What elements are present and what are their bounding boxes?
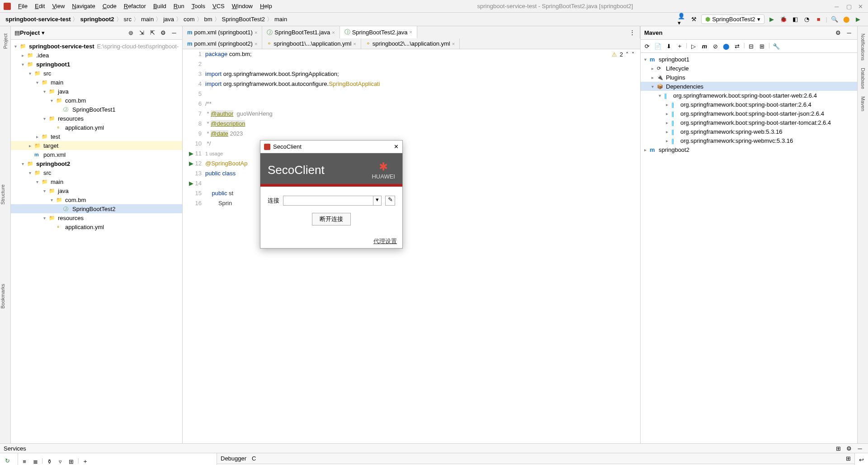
soft-wrap-icon[interactable]: ↩ <box>857 455 866 464</box>
maven-tree-row[interactable]: ▸⟳Lifecycle <box>641 64 857 73</box>
menu-vcs[interactable]: VCS <box>209 2 228 10</box>
tree-row[interactable]: ▾📁src <box>11 168 182 177</box>
tree-row[interactable]: ⚬application.yml <box>11 222 182 231</box>
maven-tool-button[interactable]: Maven <box>860 96 866 111</box>
maven-tree-row[interactable]: ▸mspringboot2 <box>641 145 857 154</box>
hide-icon[interactable]: ─ <box>855 444 864 453</box>
breadcrumb-item[interactable]: springboot2 <box>80 16 114 23</box>
tree-row[interactable]: ⚬application.yml <box>11 123 182 132</box>
menu-build[interactable]: Build <box>150 2 170 10</box>
next-highlight-icon[interactable]: ˅ <box>632 51 635 58</box>
tree-row[interactable]: ▾📁src <box>11 69 182 78</box>
collapse-all-icon[interactable]: ⇱ <box>148 28 157 38</box>
close-icon[interactable]: × <box>255 30 257 35</box>
profile-button[interactable]: ◔ <box>802 15 811 24</box>
combo-dropdown-icon[interactable]: ▾ <box>373 196 381 205</box>
collapse-icon[interactable]: ≣ <box>31 457 40 465</box>
tree-row[interactable]: ▾📁java <box>11 87 182 96</box>
structure-tool-button[interactable]: Structure <box>0 184 5 205</box>
menu-navigate[interactable]: Navigate <box>68 2 99 10</box>
show-deps-icon[interactable]: ⇄ <box>732 42 741 51</box>
close-icon[interactable]: × <box>332 30 335 35</box>
tree-row[interactable]: ▾📁java <box>11 186 182 195</box>
tree-row[interactable]: ▾📁resources <box>11 213 182 222</box>
tree-row[interactable]: ⒿSpringBootTest2 <box>11 204 182 213</box>
group-icon[interactable]: ⊞ <box>66 457 75 465</box>
select-opened-icon[interactable]: ⊚ <box>126 28 135 38</box>
menu-help[interactable]: Help <box>256 2 276 10</box>
maven-m-icon[interactable]: m <box>700 42 709 51</box>
build-hammer-icon[interactable]: ⚒ <box>689 15 698 24</box>
maven-tree-row[interactable]: ▸|||org.springframework:spring-web:5.3.1… <box>641 127 857 136</box>
hide-icon[interactable]: ─ <box>844 28 854 38</box>
filter-icon[interactable]: ⚱ <box>45 457 54 465</box>
generate-icon[interactable]: 📄 <box>653 42 662 51</box>
window-icon[interactable]: ⊞ <box>834 444 843 453</box>
add-icon[interactable]: ＋ <box>81 457 90 465</box>
tree-row[interactable]: ▾📁springboot1 <box>11 60 182 69</box>
menu-window[interactable]: Window <box>228 2 256 10</box>
console-tab[interactable]: C <box>252 455 256 462</box>
maven-tree-row[interactable]: ▾|||org.springframework.boot:spring-boot… <box>641 91 857 100</box>
offline-icon[interactable]: ⬤ <box>722 42 731 51</box>
editor-tab[interactable]: ⚬springboot2\...\application.yml× <box>361 38 460 49</box>
editor-inspection[interactable]: ⚠ 2 ˄ ˅ <box>612 51 635 58</box>
collapse-icon[interactable]: ⊟ <box>747 42 756 51</box>
bookmarks-tool-button[interactable]: Bookmarks <box>0 284 5 309</box>
breadcrumb-item[interactable]: java <box>163 16 174 23</box>
dialog-close-button[interactable]: ✕ <box>394 143 399 150</box>
menu-code[interactable]: Code <box>99 2 120 10</box>
ide-icon[interactable]: ▶ <box>854 15 863 24</box>
database-tool-button[interactable]: Database <box>860 68 866 89</box>
proxy-settings-link[interactable]: 代理设置 <box>373 238 397 244</box>
editor-tab[interactable]: ⚬springboot1\...\application.yml× <box>262 38 361 49</box>
filter2-icon[interactable]: ▿ <box>56 457 65 465</box>
dialog-titlebar[interactable]: SecoClient ✕ <box>260 141 402 153</box>
close-icon[interactable]: × <box>353 41 356 47</box>
tree-row[interactable]: ▾📁com.bm <box>11 195 182 204</box>
tree-row[interactable]: ▸📁.idea <box>11 51 182 60</box>
maven-tree-row[interactable]: ▸|||org.springframework:spring-webmvc:5.… <box>641 136 857 145</box>
maven-tree-row[interactable]: ▸|||org.springframework.boot:spring-boot… <box>641 109 857 118</box>
expand-all-icon[interactable]: ⇲ <box>137 28 146 38</box>
coverage-button[interactable]: ◧ <box>791 15 800 24</box>
menu-tools[interactable]: Tools <box>188 2 209 10</box>
tree-row[interactable]: ▾📁main <box>11 78 182 87</box>
editor-tab[interactable]: mpom.xml (springboot2)× <box>183 38 262 49</box>
project-tool-button[interactable]: Project <box>3 33 8 49</box>
user-icon[interactable]: 👤▾ <box>678 15 687 24</box>
notifications-tool-button[interactable]: Notifications <box>860 33 866 61</box>
breadcrumb-item[interactable]: SpringBootTest2 <box>222 16 265 23</box>
debugger-tab[interactable]: Debugger <box>221 455 246 462</box>
search-icon[interactable]: 🔍 <box>830 15 839 24</box>
hide-icon[interactable]: ─ <box>170 28 179 38</box>
breadcrumb-item[interactable]: main <box>141 16 154 23</box>
editor-tab[interactable]: mpom.xml (springboot1)× <box>183 26 262 38</box>
breadcrumb-item[interactable]: com <box>184 16 195 23</box>
connection-input[interactable] <box>283 196 373 205</box>
tree-row[interactable]: ▸📁target <box>11 141 182 150</box>
updates-icon[interactable]: ⬤ <box>842 15 851 24</box>
run-config-select[interactable]: ⬢ SpringBootTest2 ▾ <box>701 14 764 24</box>
run-icon[interactable]: ▷ <box>689 42 698 51</box>
close-icon[interactable]: × <box>409 29 412 35</box>
maven-tree-row[interactable]: ▸|||org.springframework.boot:spring-boot… <box>641 100 857 109</box>
wrench-icon[interactable]: 🔧 <box>772 42 781 51</box>
maven-tree[interactable]: ▾mspringboot1▸⟳Lifecycle▸🔌Plugins▾📦Depen… <box>641 53 857 443</box>
rerun-icon[interactable]: ↻ <box>2 455 13 465</box>
prev-highlight-icon[interactable]: ˄ <box>626 51 629 58</box>
breadcrumb-item[interactable]: main <box>274 16 287 23</box>
disconnect-button[interactable]: 断开连接 <box>312 213 351 225</box>
minimize-button[interactable]: ─ <box>835 3 841 9</box>
tree-row[interactable]: ⒿSpringBootTest1 <box>11 105 182 114</box>
maven-tree-row[interactable]: ▸🔌Plugins <box>641 73 857 82</box>
menu-edit[interactable]: Edit <box>31 2 48 10</box>
breadcrumb-item[interactable]: bm <box>204 16 212 23</box>
edit-icon[interactable]: ✎ <box>385 196 395 206</box>
close-button[interactable]: ✕ <box>858 3 864 9</box>
connection-combo[interactable]: ▾ <box>283 196 382 206</box>
dropdown-icon[interactable]: ▾ <box>42 29 45 36</box>
breadcrumb-item[interactable]: springboot-service-test <box>5 16 71 23</box>
expand-icon[interactable]: ⊞ <box>758 42 767 51</box>
menu-file[interactable]: File <box>14 2 31 10</box>
